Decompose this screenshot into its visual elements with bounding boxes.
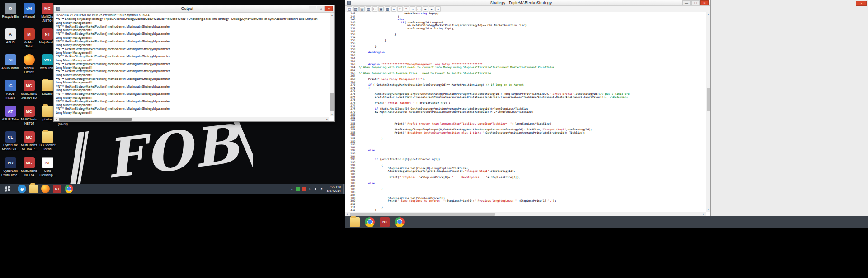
code-line[interactable]: 288 } xyxy=(345,137,706,140)
code-line[interactable]: 246 orderId=string.Empty; xyxy=(345,12,706,15)
code-line[interactable]: 264// When Comparing with Profit needs t… xyxy=(345,66,706,69)
scroll-left-arrow-icon[interactable]: ◂ xyxy=(54,117,58,121)
internet-explorer-icon[interactable]: e xyxy=(18,185,26,193)
code-line[interactable]: 261 xyxy=(345,57,706,60)
maximize-button[interactable]: □ xyxy=(317,6,325,11)
code-line[interactable]: 252 xyxy=(345,30,706,33)
network-icon[interactable]: ▮ xyxy=(313,187,318,191)
desktop-icon-asus[interactable]: AASUS xyxy=(1,28,19,45)
chrome-icon-2[interactable] xyxy=(395,217,405,227)
close-button[interactable]: × xyxy=(325,6,333,11)
code-line[interactable]: 305 { xyxy=(345,188,706,191)
file-explorer-icon[interactable] xyxy=(350,217,360,227)
code-line[interactable]: 291 xyxy=(345,146,706,149)
code-line[interactable]: 260 xyxy=(345,54,706,57)
code-line[interactable]: 286 Print(" BreakEven GetAtmStartegyPosi… xyxy=(345,131,706,134)
compile-icon[interactable]: ▪ xyxy=(435,6,441,12)
code-line[interactable]: 312 } xyxy=(345,208,706,212)
code-line[interactable]: 300 xyxy=(345,173,706,176)
code-line[interactable]: 250 && GetAtmStrategyMarketPosition(atmS… xyxy=(345,24,706,27)
desktop-icon-core-clerkship[interactable]: PDFCore Clerkship... xyxy=(38,157,57,177)
code-line[interactable]: 253 } xyxy=(345,33,706,36)
code-line[interactable]: 283 Print(" Profit greater than longLoss… xyxy=(345,122,706,125)
output-horizontal-scrollbar[interactable]: ◂ ▸ xyxy=(54,117,329,121)
minimize-button[interactable]: — xyxy=(682,0,691,5)
chrome-icon[interactable] xyxy=(65,185,73,193)
code-line[interactable]: 259 #endregion xyxy=(345,51,706,54)
code-line[interactable]: 307 xyxy=(345,194,706,197)
desktop-icon-bb-shower-ideas[interactable]: BB Shower Ideas xyxy=(38,131,57,151)
code-line[interactable]: 269 xyxy=(345,81,706,84)
code-line[interactable]: 289 xyxy=(345,140,706,144)
code-line[interactable]: 287 xyxy=(345,134,706,137)
code-line[interactable]: 277 xyxy=(345,104,706,107)
code-line[interactable]: 295 if (profitFactor_n[0]>profitFactor_n… xyxy=(345,158,706,161)
code-line[interactable]: 310 xyxy=(345,203,706,206)
new-file-icon[interactable]: ▢ xyxy=(347,6,352,12)
code-line[interactable]: 308 StopLossPrice.Set(StopLossPrice[1]); xyxy=(345,197,706,200)
open-file-icon[interactable]: ▧ xyxy=(353,6,359,12)
code-line[interactable]: 301 Print(" StopLoss: "+StopLossPrice[0]… xyxy=(345,176,706,179)
code-line[interactable]: 271 { xyxy=(345,87,706,90)
hidden-icons-arrow-icon[interactable]: ▴ xyxy=(290,187,294,191)
code-line[interactable]: 302 xyxy=(345,179,706,182)
output-window-titlebar[interactable]: Output — □ × xyxy=(54,5,334,13)
scroll-down-arrow-icon[interactable]: ▾ xyxy=(330,112,334,116)
code-line[interactable]: 290 xyxy=(345,143,706,146)
code-line[interactable]: 266// When Comparing with Average Price … xyxy=(345,72,706,75)
editor-hscroll-thumb[interactable] xyxy=(350,213,495,216)
code-line[interactable]: 306 xyxy=(345,191,706,194)
close-button[interactable]: × xyxy=(700,0,709,5)
code-line[interactable]: 248 else xyxy=(345,18,706,21)
desktop-icon-multicharts-net64-qu[interactable]: MCMultiCharts .NET64 Qu... xyxy=(20,157,38,177)
code-line[interactable]: 311 } xyxy=(345,206,706,209)
desktop-icon-multicharts-net64-po[interactable]: MCMultiCharts .NET64 Po... xyxy=(20,106,38,126)
action-center-flag-icon[interactable]: ⚑ xyxy=(319,187,324,191)
paste-icon[interactable]: ▩ xyxy=(385,6,390,12)
undo-icon[interactable]: ↶ xyxy=(397,6,403,12)
desktop-icon-emanual[interactable]: eMeManual xyxy=(20,3,38,19)
find-icon[interactable]: ○ xyxy=(410,6,415,12)
code-line[interactable]: 262 xyxy=(345,60,706,63)
code-line[interactable]: 265 xyxy=(345,69,706,72)
code-line[interactable]: 284 xyxy=(345,125,706,129)
desktop-icon-recycle-bin[interactable]: ♻Recycle Bin xyxy=(1,3,19,19)
code-editor[interactable]: 246 orderId=string.Empty;247 }248 else24… xyxy=(345,12,706,212)
code-line[interactable]: 309 Print(" Same Stoploss As before: "+S… xyxy=(345,199,706,203)
volume-icon[interactable]: ♪ xyxy=(307,187,312,191)
scroll-up-arrow-icon[interactable]: ▴ xyxy=(706,12,710,16)
code-line[interactable]: 276 Print(" Profit Factor: " + profitFac… xyxy=(345,102,706,105)
editor-vertical-scrollbar[interactable]: ▴ ▾ xyxy=(706,12,710,212)
desktop-icon-cyberlink-photodirec[interactable]: PDCyberLink PhotoDirec... xyxy=(1,157,19,177)
code-line[interactable]: 294 xyxy=(345,155,706,158)
redo-icon[interactable]: ↷ xyxy=(404,6,409,12)
code-line[interactable]: 249 if( atmStrategyId.Length>0 xyxy=(345,21,706,24)
ninjatrader-icon[interactable]: NT xyxy=(380,217,390,227)
copy-icon[interactable]: ▣ xyxy=(378,6,384,12)
maximize-button[interactable]: □ xyxy=(691,0,700,5)
file-explorer-icon[interactable] xyxy=(29,185,38,193)
editor-vscroll-thumb[interactable] xyxy=(707,88,710,111)
editor-titlebar[interactable]: Strategy - TripleMARenkoStrategy — □ × xyxy=(345,0,710,6)
scroll-right-arrow-icon[interactable]: ▸ xyxy=(325,117,329,121)
code-line[interactable]: 280 { xyxy=(345,113,706,116)
code-line[interactable]: 272 xyxy=(345,89,706,93)
code-line[interactable]: 281 xyxy=(345,116,706,120)
code-line[interactable]: 296 xyxy=(345,161,706,164)
code-line[interactable]: 258 xyxy=(345,48,706,51)
code-line[interactable]: 256 xyxy=(345,42,706,45)
code-line[interactable]: 278 if (Math.Abs(Close[0]-GetAtmStrategy… xyxy=(345,107,706,111)
desktop-icon-mcafee-total-protection[interactable]: MMcAfee Total Protection xyxy=(20,28,38,49)
output-hscroll-thumb[interactable] xyxy=(59,118,132,121)
code-line[interactable]: 268 Print(" Long Money Management!!!"); xyxy=(345,78,706,81)
code-line[interactable]: 304 xyxy=(345,185,706,188)
output-vertical-scrollbar[interactable]: ▴ ▾ xyxy=(330,13,334,116)
code-line[interactable]: 257 } xyxy=(345,45,706,48)
delete-icon[interactable]: × xyxy=(391,6,396,12)
code-line[interactable]: 285 AtmStrategyChangeStopTarget(0,GetAtm… xyxy=(345,128,706,131)
desktop-icon-asus-instant-connect-in[interactable]: ICASUS Instant Connect In... xyxy=(1,80,19,100)
desktop-icon-multicharts-net64-p[interactable]: MCMultiCharts .NET64 P... xyxy=(20,131,38,151)
bookmark-icon[interactable]: ▰ xyxy=(423,6,428,12)
output-vscroll-thumb[interactable] xyxy=(330,93,334,111)
start-button[interactable] xyxy=(0,184,14,194)
